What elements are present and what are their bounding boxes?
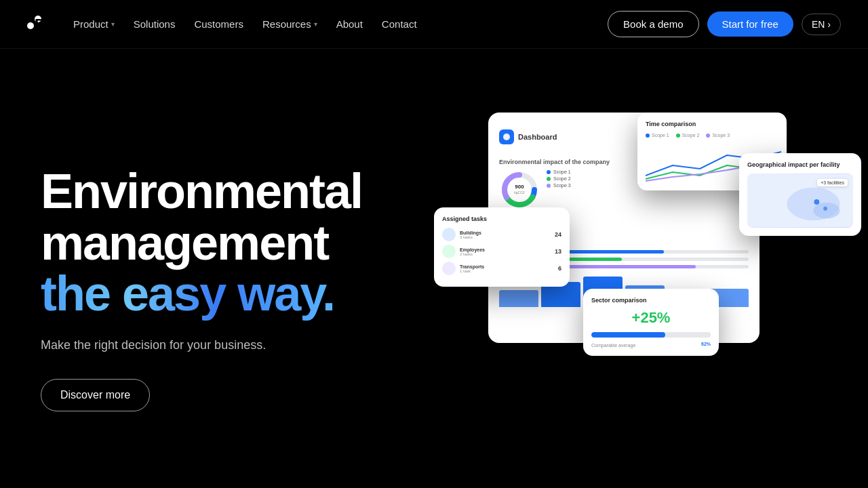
scope2-label: Scope 2	[553, 176, 571, 181]
scope2-dot	[547, 177, 551, 181]
task-sub-transports: 1 task	[460, 269, 554, 273]
nav-item-contact[interactable]: Contact	[375, 13, 424, 35]
task-icon-transports	[442, 262, 456, 275]
time-dot-scope2	[676, 134, 680, 138]
geo-title: Geographical impact per facility	[747, 161, 853, 168]
sector-value: +25%	[591, 309, 711, 327]
time-label-text-3: Scope 3	[712, 133, 730, 138]
lang-label: EN	[812, 19, 825, 30]
time-dot-scope3	[706, 134, 710, 138]
hero-title: Environmental management the easy way.	[41, 166, 362, 320]
lang-switcher[interactable]: EN ›	[802, 14, 841, 35]
hero-title-line2: management	[41, 216, 328, 270]
svg-point-12	[814, 199, 819, 205]
scope3-label: Scope 3	[553, 183, 571, 188]
nav-link-resources[interactable]: Resources ▾	[256, 13, 324, 35]
hero-title-gradient: the easy way.	[41, 266, 334, 321]
sector-avg-label: Comparable average	[591, 343, 635, 348]
logo[interactable]: Dcycle	[27, 16, 42, 33]
nav-right: Book a demo Start for free EN ›	[608, 11, 841, 37]
navbar: Dcycle Product ▾ Solutions Customers	[0, 0, 868, 49]
dashboard-mockup: Dashboard 900 kg CO2 eq. +4.8%	[448, 99, 841, 451]
svg-point-11	[814, 203, 840, 218]
nav-item-resources[interactable]: Resources ▾	[256, 13, 324, 35]
task-row-transports: Transports 1 task 6	[442, 262, 561, 275]
task-info-buildings: Buildings 3 tasks	[460, 230, 551, 239]
donut-large: 900 kgCO2	[499, 169, 540, 210]
chevron-down-icon: ▾	[314, 20, 317, 28]
geo-tag: +3 facilities	[817, 179, 848, 186]
nav-link-contact[interactable]: Contact	[375, 13, 424, 35]
chevron-down-icon: ▾	[111, 20, 115, 28]
task-info-employees: Employees 2 tasks	[460, 247, 551, 256]
svg-text:kgCO2: kgCO2	[514, 190, 525, 195]
time-label-scope1: Scope 1	[646, 133, 669, 138]
scope1-dot	[547, 170, 551, 174]
nav-label-about: About	[336, 18, 363, 30]
task-name-employees: Employees	[460, 247, 551, 252]
dashboard-title: Dashboard	[518, 133, 557, 141]
svg-text:900: 900	[515, 184, 524, 190]
svg-point-13	[823, 207, 827, 211]
nav-left: Dcycle Product ▾ Solutions Customers	[27, 13, 424, 35]
task-sub-employees: 2 tasks	[460, 252, 551, 256]
nav-links: Product ▾ Solutions Customers Resources …	[66, 13, 424, 35]
time-dot-scope1	[646, 134, 650, 138]
hero-subtitle: Make the right decision for your busines…	[41, 336, 362, 354]
time-label-scope2: Scope 2	[676, 133, 700, 138]
logo-text: Dcycle	[35, 16, 41, 22]
nav-link-solutions[interactable]: Solutions	[127, 13, 182, 35]
time-labels: Scope 1 Scope 2 Scope 3	[646, 133, 778, 138]
scope1-label: Scope 1	[553, 169, 571, 174]
geo-map: +3 facilities	[747, 174, 853, 228]
nav-item-about[interactable]: About	[330, 13, 370, 35]
time-label-text-1: Scope 1	[652, 133, 669, 138]
assigned-tasks-title: Assigned tasks	[442, 216, 561, 222]
bar-1	[499, 290, 538, 307]
task-info-transports: Transports 1 task	[460, 264, 554, 273]
hero-title-line1: Environmental	[41, 164, 362, 218]
nav-label-product: Product	[73, 18, 108, 30]
sector-bar	[591, 332, 711, 338]
sector-comparison-card: Sector comparison +25% Comparable averag…	[583, 289, 719, 356]
hero-visual: Dashboard 900 kg CO2 eq. +4.8%	[434, 113, 827, 465]
nav-label-solutions: Solutions	[134, 18, 176, 30]
nav-item-product[interactable]: Product ▾	[66, 13, 121, 35]
task-count-transports: 6	[558, 265, 561, 272]
nav-link-about[interactable]: About	[330, 13, 370, 35]
discover-more-button[interactable]: Discover more	[41, 379, 150, 411]
task-count-employees: 13	[555, 248, 561, 255]
task-row-employees: Employees 2 tasks 13	[442, 245, 561, 258]
task-icon-employees	[442, 245, 456, 258]
task-count-buildings: 24	[555, 231, 561, 238]
nav-link-product[interactable]: Product ▾	[66, 13, 121, 35]
time-label-scope3: Scope 3	[706, 133, 730, 138]
nav-item-solutions[interactable]: Solutions	[127, 13, 182, 35]
nav-label-resources: Resources	[262, 18, 311, 30]
time-label-text-2: Scope 2	[682, 133, 700, 138]
dashboard-logo-icon	[499, 129, 514, 144]
hero-section: Environmental management the easy way. M…	[0, 49, 868, 488]
sector-fill	[591, 332, 665, 338]
task-sub-buildings: 3 tasks	[460, 235, 551, 239]
scope3-dot	[547, 184, 551, 188]
task-name-transports: Transports	[460, 264, 554, 269]
nav-link-customers[interactable]: Customers	[187, 13, 250, 35]
time-title: Time comparison	[646, 121, 778, 127]
sector-title: Sector comparison	[591, 297, 711, 304]
geo-card: Geographical impact per facility +3 faci…	[739, 153, 861, 236]
sector-pct: 62%	[701, 342, 711, 346]
chevron-right-icon: ›	[827, 19, 831, 30]
nav-item-customers[interactable]: Customers	[187, 13, 250, 35]
logo-dot	[27, 22, 34, 29]
assigned-tasks-card: Assigned tasks Buildings 3 tasks 24 Empl…	[434, 207, 570, 287]
nav-label-contact: Contact	[382, 18, 417, 30]
hero-content: Environmental management the easy way. M…	[41, 166, 362, 411]
svg-point-0	[503, 134, 510, 140]
task-row-buildings: Buildings 3 tasks 24	[442, 228, 561, 241]
start-free-button[interactable]: Start for free	[707, 12, 793, 37]
book-demo-button[interactable]: Book a demo	[608, 11, 698, 37]
task-icon-buildings	[442, 228, 456, 241]
task-name-buildings: Buildings	[460, 230, 551, 235]
nav-label-customers: Customers	[194, 18, 243, 30]
